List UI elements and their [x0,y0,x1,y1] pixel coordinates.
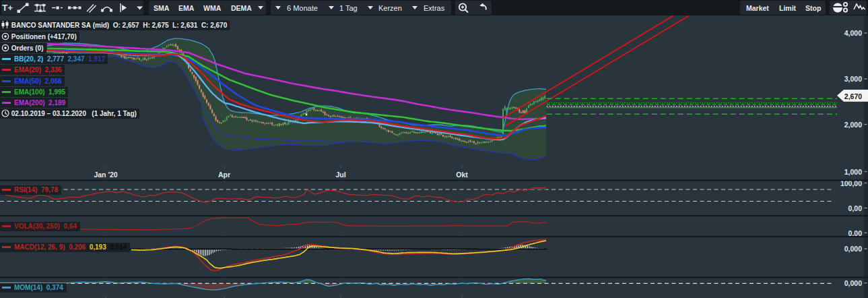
svg-text:Okt: Okt [456,171,468,179]
svg-text:0,000: 0,000 [844,245,862,253]
svg-text:2,670: 2,670 [844,92,862,100]
svg-text:Jul: Jul [335,171,345,179]
svg-text:3,000: 3,000 [844,75,862,83]
svg-text:Jan '20: Jan '20 [94,171,117,179]
svg-text:1,000: 1,000 [844,168,862,176]
svg-text:T+: T+ [2,3,13,13]
svg-text:0,00: 0,00 [848,204,863,212]
svg-text:4,000: 4,000 [844,29,862,37]
svg-text:Apr: Apr [218,171,230,179]
svg-text:0,00: 0,00 [848,229,863,237]
svg-text:2,000: 2,000 [844,121,862,129]
svg-text:0,000: 0,000 [844,279,862,287]
